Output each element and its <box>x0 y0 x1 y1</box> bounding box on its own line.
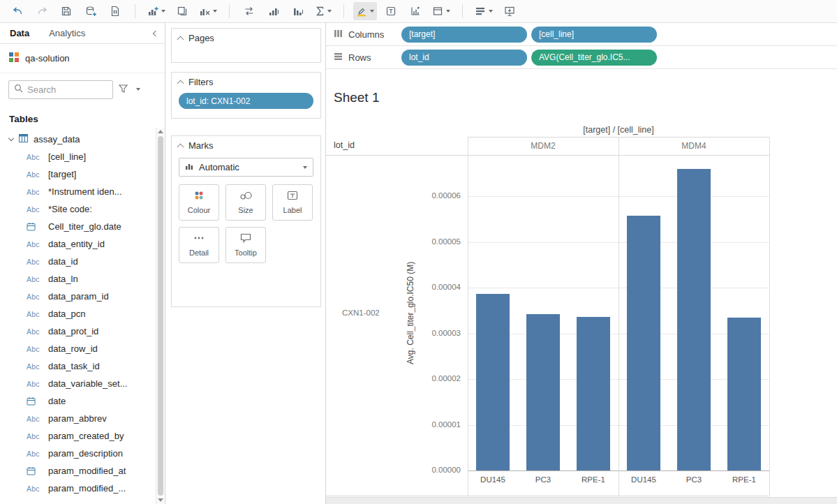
pill-cell-line[interactable]: [cell_line] <box>531 27 657 43</box>
rows-shelf[interactable]: Rows lot_id AVG(Cell_titer_glo.IC5... <box>326 46 837 69</box>
columns-shelf[interactable]: Columns [target] [cell_line] <box>326 23 837 46</box>
field-row--instrument-iden-[interactable]: Abc*Instrument iden... <box>0 183 165 200</box>
field-row-data-id[interactable]: Abcdata_id <box>0 253 165 270</box>
field-row-data-row-id[interactable]: Abcdata_row_id <box>0 340 165 357</box>
field-row-data-variable-set-[interactable]: Abcdata_variable_set... <box>0 375 165 392</box>
row-field-header[interactable]: lot_id <box>334 140 355 150</box>
scroll-down-icon[interactable] <box>158 498 163 502</box>
scroll-up-icon[interactable] <box>158 130 163 133</box>
x-axis-category-label[interactable]: PC3 <box>672 475 716 484</box>
tab-analytics[interactable]: Analytics <box>39 23 95 43</box>
pages-card-header[interactable]: Pages <box>172 29 320 47</box>
datasource-row[interactable]: qa-solution <box>0 44 165 73</box>
new-worksheet-icon[interactable] <box>145 2 168 20</box>
label-button[interactable]: Label <box>272 184 313 221</box>
colour-button[interactable]: Colour <box>179 184 219 221</box>
mark-type-value: Automatic <box>199 162 239 172</box>
filter-fields-icon[interactable] <box>119 84 128 95</box>
highlight-icon[interactable] <box>353 2 377 20</box>
tab-data[interactable]: Data <box>0 23 39 43</box>
sidebar-scrollbar[interactable] <box>156 128 165 504</box>
field-row-date[interactable]: date <box>0 392 165 410</box>
field-row-param-modified-[interactable]: Abcparam_modified_... <box>0 480 165 497</box>
new-data-source-icon[interactable] <box>80 2 101 20</box>
marks-card-header[interactable]: Marks <box>172 136 320 155</box>
show-mark-labels-icon[interactable] <box>380 2 401 20</box>
field-row-cell-titer-glo-date[interactable]: Cell_titer_glo.date <box>0 218 165 235</box>
field-row--target-[interactable]: Abc[target] <box>0 165 165 183</box>
toolbar-separator <box>343 4 344 18</box>
filter-pill[interactable]: lot_id: CXN1-002 <box>179 93 313 109</box>
clear-sheet-icon[interactable] <box>196 2 220 20</box>
table-row-assay-data[interactable]: assay_data <box>0 130 165 148</box>
pill-target[interactable]: [target] <box>401 27 527 43</box>
abc-field-icon: Abc <box>27 292 42 301</box>
scrollbar-thumb[interactable] <box>158 136 163 496</box>
field-row-data-ln[interactable]: Abcdata_ln <box>0 270 165 288</box>
row-header-value[interactable]: CXN1-002 <box>342 155 380 470</box>
field-row-data-pcn[interactable]: Abcdata_pcn <box>0 305 165 323</box>
x-axis-category-label[interactable]: DU145 <box>621 475 666 484</box>
totals-icon[interactable] <box>312 2 334 20</box>
field-row-param-abbrev[interactable]: Abcparam_abbrev <box>0 410 165 427</box>
y-axis-tick-label: 0.00003 <box>410 329 461 337</box>
field-row-data-prot-id[interactable]: Abcdata_prot_id <box>0 323 165 340</box>
search-input[interactable] <box>27 84 108 95</box>
pill-avg-ic50[interactable]: AVG(Cell_titer_glo.IC5... <box>531 50 657 66</box>
column-group-header-MDM2[interactable]: MDM2 <box>468 137 619 155</box>
data-pane: Data Analytics qa-solution Tables <box>0 23 165 504</box>
redo-icon[interactable] <box>31 2 52 20</box>
swap-rows-columns-icon[interactable] <box>239 2 260 20</box>
date-field-icon <box>27 396 42 406</box>
x-axis-category-label[interactable]: DU145 <box>471 475 515 484</box>
bar-MDM2-RPE-1[interactable] <box>577 317 610 470</box>
bar-MDM2-DU145[interactable] <box>476 294 510 470</box>
x-axis-category-label[interactable]: PC3 <box>521 475 565 484</box>
toolbar-separator <box>229 4 230 18</box>
bar-MDM4-PC3[interactable] <box>677 169 711 470</box>
x-axis-category-label[interactable]: RPE-1 <box>571 475 616 484</box>
field-row-param-description[interactable]: Abcparam_description <box>0 445 165 462</box>
size-button[interactable]: Size <box>225 184 266 221</box>
filters-card-header[interactable]: Filters <box>172 73 320 91</box>
size-icon <box>239 191 252 202</box>
column-group-header-MDM4[interactable]: MDM4 <box>619 137 769 155</box>
fix-axes-icon[interactable] <box>405 2 426 20</box>
pill-lot-id[interactable]: lot_id <box>401 50 527 66</box>
sort-ascending-icon[interactable] <box>263 2 284 20</box>
search-box[interactable] <box>8 80 113 99</box>
pause-auto-updates-icon[interactable] <box>105 2 126 20</box>
field-row-param-created-by[interactable]: Abcparam_created_by <box>0 427 165 445</box>
undo-icon[interactable] <box>7 2 28 20</box>
tooltip-button[interactable]: Tooltip <box>225 227 266 263</box>
search-options-caret[interactable] <box>136 88 140 91</box>
field-label: param_modified_at <box>48 466 126 476</box>
show-hide-cards-icon[interactable] <box>472 2 496 20</box>
field-row--site-code-[interactable]: Abc*Site code: <box>0 200 165 218</box>
field-row-data-task-id[interactable]: Abcdata_task_id <box>0 357 165 375</box>
field-row-data-param-id[interactable]: Abcdata_param_id <box>0 288 165 305</box>
bar-MDM4-DU145[interactable] <box>627 216 660 470</box>
toolbar-separator <box>135 4 135 18</box>
detail-button[interactable]: Detail <box>179 227 219 263</box>
column-field-header[interactable]: [target] / [cell_line] <box>468 125 769 135</box>
x-axis-category-label[interactable]: RPE-1 <box>722 475 766 484</box>
sort-descending-icon[interactable] <box>288 2 309 20</box>
collapse-pane-button[interactable] <box>154 31 158 36</box>
chevron-down-icon[interactable] <box>8 135 14 141</box>
field-label: param_created_by <box>48 431 124 441</box>
save-icon[interactable] <box>56 2 77 20</box>
horizontal-scrollbar[interactable] <box>326 497 837 504</box>
bar-MDM4-RPE-1[interactable] <box>727 318 761 470</box>
presentation-mode-icon[interactable] <box>499 2 520 20</box>
bar-MDM2-PC3[interactable] <box>526 314 560 470</box>
field-row-data-entity-id[interactable]: Abcdata_entity_id <box>0 235 165 253</box>
field-row--cell-line-[interactable]: Abc[cell_line] <box>0 148 165 165</box>
field-row-param-modified-at[interactable]: param_modified_at <box>0 462 165 480</box>
duplicate-icon[interactable] <box>172 2 193 20</box>
fit-icon[interactable] <box>429 2 453 20</box>
mark-type-select[interactable]: Automatic <box>179 158 313 177</box>
label-button-label: Label <box>283 206 302 214</box>
table-name: assay_data <box>34 134 80 144</box>
columns-shelf-label: Columns <box>348 29 384 40</box>
